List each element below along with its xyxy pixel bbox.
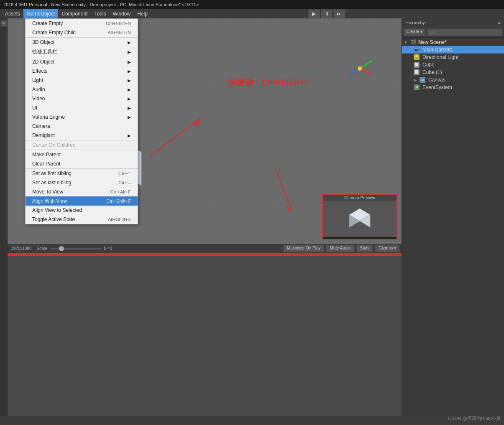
hierarchy-toolbar: Create ▾ xyxy=(402,27,504,38)
submenu-arrow-effects: ▶ xyxy=(128,69,131,74)
hierarchy-panel: Hierarchy ≡ Create ▾ ▼ 🎬 New Scene* 📷 Ma… xyxy=(402,18,504,416)
hierarchy-item-main-camera[interactable]: 📷 Main Camera xyxy=(402,46,504,53)
submenu-arrow-audio: ▶ xyxy=(128,87,131,92)
gizmos-game-btn[interactable]: Gizmos ▾ xyxy=(375,245,400,252)
submenu-arrow-3d: ▶ xyxy=(128,40,131,45)
menu-vuforia[interactable]: Vuforia Engine ▶ xyxy=(26,112,138,122)
menu-effects[interactable]: Effects ▶ xyxy=(26,66,138,76)
submenu-arrow-ui: ▶ xyxy=(128,106,131,110)
camera-preview-content xyxy=(323,201,397,237)
submenu-arrow-quick: ▶ xyxy=(128,50,131,54)
hierarchy-title: Hierarchy xyxy=(405,20,425,25)
title-bar: 2018.4.36f1 Personal - New Scene.unity -… xyxy=(0,0,504,9)
expand-arrow-canvas: ▶ xyxy=(414,78,417,82)
svg-line-5 xyxy=(360,69,372,75)
menu-create-empty[interactable]: Create Empty Ctrl+Shift+N xyxy=(26,19,138,28)
stats-btn[interactable]: Stats xyxy=(356,245,374,252)
svg-point-7 xyxy=(358,66,362,71)
cube-icon: ⬜ xyxy=(414,62,420,68)
menu-tools[interactable]: Tools xyxy=(91,9,109,18)
menu-bar: Assets GameObject Component Tools Window… xyxy=(0,9,504,18)
menu-demigiant[interactable]: Demigiant ▶ xyxy=(26,131,138,140)
submenu-arrow-2d: ▶ xyxy=(128,60,131,64)
menu-quicktoolbar[interactable]: 快捷工具栏 ▶ xyxy=(26,47,138,57)
transform-gizmo xyxy=(343,52,376,85)
cube1-icon: ⬜ xyxy=(414,69,420,75)
watermark: CSDN @周周的Unity小屋 xyxy=(448,415,501,422)
svg-line-4 xyxy=(360,60,372,69)
expand-arrow-scene: ▼ xyxy=(404,40,408,45)
canvas-icon: ▭ xyxy=(420,77,425,83)
left-strip: A xyxy=(0,18,8,416)
menu-set-first-sibling[interactable]: Set as first sibling Ctrl+= xyxy=(26,169,138,178)
scale-label: Scale xyxy=(35,246,49,251)
menu-audio[interactable]: Audio ▶ xyxy=(26,85,138,94)
menu-3d-object[interactable]: 3D Object ▶ xyxy=(26,38,138,47)
step-button[interactable]: ⏭ xyxy=(333,9,345,18)
title-text: 2018.4.36f1 Personal - New Scene.unity -… xyxy=(3,2,199,7)
game-view-content: ✕ xyxy=(8,254,402,256)
submenu-arrow-video: ▶ xyxy=(128,97,131,101)
camera-icon: 📷 xyxy=(414,47,420,53)
menu-set-last-sibling[interactable]: Set as last sibling Ctrl+– xyxy=(26,178,138,187)
hierarchy-item-cube1[interactable]: ⬜ Cube (1) xyxy=(402,69,504,76)
menu-align-with-view[interactable]: Align With View Ctrl+Shift+F xyxy=(26,196,138,206)
menu-ui[interactable]: UI ▶ xyxy=(26,103,138,112)
menu-align-view-to-selected[interactable]: Align View to Selected xyxy=(26,206,138,215)
asset-strip-btn[interactable]: A xyxy=(0,20,7,27)
play-button[interactable]: ▶ xyxy=(308,9,320,18)
menu-assets[interactable]: Assets xyxy=(2,9,23,18)
hierarchy-item-canvas[interactable]: ▶ ▭ Canvas xyxy=(402,76,504,84)
mute-audio-btn[interactable]: Mute Audio xyxy=(326,245,354,252)
game-view: ✕ xyxy=(8,253,402,256)
submenu-arrow-demigiant: ▶ xyxy=(128,133,131,138)
light-icon: 💡 xyxy=(414,54,420,60)
event-icon: ⚙ xyxy=(414,84,420,90)
menu-center-on-children: Center On Children xyxy=(26,140,138,150)
submenu-arrow-light: ▶ xyxy=(128,78,131,83)
scale-value: 0.40 xyxy=(102,246,114,251)
menu-move-to-view[interactable]: Move To View Ctrl+Alt+F xyxy=(26,187,138,196)
preview-cube xyxy=(343,204,376,234)
menu-toggle-active-state[interactable]: Toggle Active State Alt+Shift+A xyxy=(26,215,138,224)
menu-camera[interactable]: Camera xyxy=(26,122,138,131)
hierarchy-header: Hierarchy ≡ xyxy=(402,18,504,27)
menu-2d-object[interactable]: 2D Object ▶ xyxy=(26,57,138,66)
scale-slider[interactable] xyxy=(51,248,101,249)
play-controls: ▶ ⏸ ⏭ xyxy=(308,9,345,18)
menu-component[interactable]: Component xyxy=(58,9,91,18)
camera-preview: Camera Preview xyxy=(322,194,397,240)
menu-window[interactable]: Window xyxy=(109,9,134,18)
menu-help[interactable]: Help xyxy=(134,9,151,18)
menu-light[interactable]: Light ▶ xyxy=(26,76,138,85)
hierarchy-menu-icon[interactable]: ≡ xyxy=(498,20,501,25)
hierarchy-item-cube[interactable]: ⬜ Cube xyxy=(402,61,504,69)
scene-icon: 🎬 xyxy=(410,39,417,45)
resolution-label: 1920x1080 xyxy=(9,246,33,251)
dropdown-menu: Create Empty Ctrl+Shift+N Create Empty C… xyxy=(25,18,138,224)
pause-button[interactable]: ⏸ xyxy=(321,9,333,18)
menu-clear-parent[interactable]: Clear Parent xyxy=(26,159,138,169)
menu-gameobject[interactable]: GameObject xyxy=(23,9,58,18)
hierarchy-item-eventsystem[interactable]: ⚙ EventSystem xyxy=(402,84,504,91)
submenu-arrow-vuforia: ▶ xyxy=(128,115,131,120)
hierarchy-item-directional-light[interactable]: 💡 Directional Light xyxy=(402,53,504,61)
camera-preview-title: Camera Preview xyxy=(323,195,397,201)
hierarchy-content: ▼ 🎬 New Scene* 📷 Main Camera 💡 Direction… xyxy=(402,38,504,416)
create-btn[interactable]: Create ▾ xyxy=(404,28,425,36)
menu-create-empty-child[interactable]: Create Empty Child Alt+Shift+N xyxy=(26,28,138,38)
hierarchy-item-new-scene[interactable]: ▼ 🎬 New Scene* xyxy=(402,38,504,46)
maximize-on-play-btn[interactable]: Maximize On Play xyxy=(283,245,325,252)
menu-make-parent[interactable]: Make Parent xyxy=(26,150,138,159)
menu-video[interactable]: Video ▶ xyxy=(26,94,138,103)
hierarchy-search[interactable] xyxy=(427,28,502,36)
scene-bottom-toolbar: 1920x1080 Scale 0.40 Maximize On Play Mu… xyxy=(8,244,402,253)
